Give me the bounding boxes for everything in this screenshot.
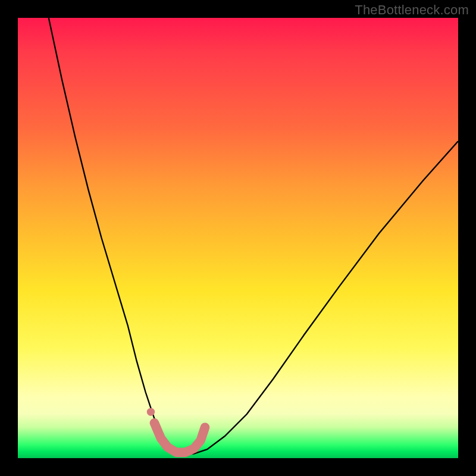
marker-dot-left bbox=[147, 408, 155, 416]
bottleneck-curve bbox=[49, 18, 458, 454]
optimal-zone-marker bbox=[154, 423, 205, 453]
plot-area bbox=[18, 18, 458, 458]
watermark-text: TheBottleneck.com bbox=[355, 2, 469, 18]
chart-svg bbox=[18, 18, 458, 458]
chart-frame: TheBottleneck.com bbox=[0, 0, 476, 476]
